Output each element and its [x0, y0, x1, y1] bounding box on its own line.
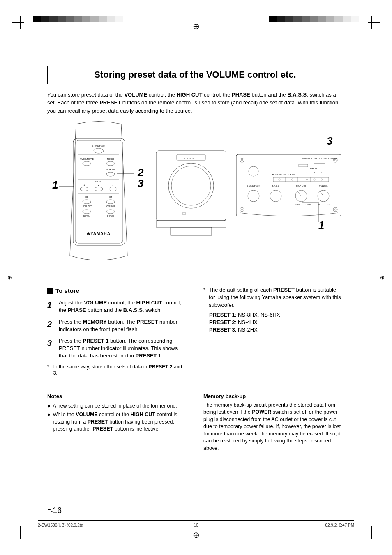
step-3: 3 Press the PRESET 1 button. The corresp…	[47, 337, 187, 360]
store-footnote: * In the same way, store other sets of d…	[47, 364, 187, 377]
svg-rect-40	[177, 154, 205, 160]
svg-point-39	[171, 166, 211, 205]
svg-point-14	[106, 161, 115, 166]
svg-point-41	[184, 158, 185, 159]
svg-text:1: 1	[84, 184, 85, 186]
svg-point-73	[321, 179, 323, 180]
svg-rect-7	[75, 140, 123, 243]
svg-text:STANDBY/ON: STANDBY/ON	[92, 145, 106, 147]
front-panel-diagram: 3 1 SUBWOOFER SYSTEM YST-SW1500 MUSIC /M…	[232, 140, 347, 235]
section-title: Storing preset data of the VOLUME contro…	[48, 69, 343, 81]
default-preset-note: * The default setting of each PRESET but…	[203, 286, 343, 377]
section-title-box: Storing preset data of the VOLUME contro…	[47, 66, 343, 84]
svg-text:PHASE: PHASE	[107, 158, 115, 160]
svg-point-33	[106, 210, 115, 214]
svg-rect-46	[171, 227, 212, 235]
svg-text:1: 1	[318, 219, 324, 231]
svg-point-29	[106, 200, 115, 204]
svg-text:MEMORY: MEMORY	[106, 168, 115, 171]
registration-mark-left: ⊕	[7, 274, 12, 281]
notes-heading: Notes	[47, 393, 187, 400]
svg-text:VOLUME: VOLUME	[319, 184, 328, 187]
svg-text:3: 3	[321, 171, 323, 174]
square-bullet-icon	[47, 288, 53, 294]
svg-point-43	[190, 158, 191, 159]
step-2: 2 Press the MEMORY button. The PRESET nu…	[47, 318, 187, 333]
svg-text:VOLUME: VOLUME	[106, 205, 115, 207]
step-1: 1 Adjust the VOLUME control, the HIGH CU…	[47, 299, 187, 314]
svg-text:HIGH CUT: HIGH CUT	[296, 184, 306, 187]
svg-text:B.A.S.S.: B.A.S.S.	[272, 184, 280, 187]
svg-point-82	[248, 190, 259, 202]
svg-text:30Hz: 30Hz	[295, 203, 300, 206]
svg-point-44	[193, 158, 194, 159]
svg-point-56	[241, 209, 243, 210]
svg-text:STANDBY/ON: STANDBY/ON	[247, 184, 261, 187]
svg-text:1: 1	[52, 179, 58, 191]
registration-mark-top: ⊕	[193, 21, 200, 32]
subwoofer-top-diagram	[154, 149, 228, 243]
svg-rect-6	[73, 138, 125, 245]
svg-point-57	[333, 207, 337, 212]
svg-text:UP: UP	[109, 196, 113, 198]
svg-text:PRESET: PRESET	[310, 167, 318, 170]
svg-rect-63	[299, 164, 308, 167]
svg-point-22	[80, 187, 88, 191]
svg-point-9	[94, 148, 104, 153]
svg-point-83	[270, 190, 281, 202]
svg-text:2: 2	[314, 171, 315, 174]
svg-text:⊛YAMAHA: ⊛YAMAHA	[87, 231, 111, 236]
svg-text:2: 2	[98, 184, 99, 186]
svg-text:PHASE: PHASE	[289, 173, 296, 176]
memory-backup-text: The memory back-up circuit prevents the …	[203, 402, 343, 452]
svg-rect-47	[183, 212, 185, 215]
svg-text:UP: UP	[85, 196, 89, 198]
svg-point-69	[279, 179, 280, 180]
intro-paragraph: You can store preset data of the VOLUME …	[47, 91, 343, 115]
svg-text:0: 0	[318, 203, 320, 206]
svg-text:DOWN: DOWN	[83, 215, 90, 217]
svg-text:1: 1	[307, 171, 308, 174]
separator-line	[47, 387, 343, 387]
svg-text:3: 3	[327, 135, 333, 147]
svg-point-71	[306, 179, 308, 180]
svg-point-32	[83, 210, 91, 214]
svg-point-60	[249, 166, 258, 176]
svg-text:10: 10	[327, 203, 330, 206]
page-number: E-16	[47, 504, 62, 516]
to-store-heading: To store	[47, 286, 187, 295]
svg-text:140Hz: 140Hz	[305, 203, 311, 206]
svg-rect-68	[273, 177, 329, 182]
svg-rect-45	[156, 221, 226, 227]
svg-point-38	[168, 163, 214, 208]
svg-point-42	[187, 158, 188, 159]
svg-rect-37	[156, 151, 226, 221]
svg-point-28	[83, 200, 91, 204]
note-2: ● While the VOLUME control or the HIGH C…	[47, 411, 187, 433]
svg-text:MUSIC/MOVIE: MUSIC/MOVIE	[80, 158, 94, 160]
svg-line-87	[320, 191, 323, 196]
svg-line-85	[298, 191, 301, 196]
svg-point-24	[109, 187, 117, 191]
svg-text:HIGH CUT: HIGH CUT	[82, 205, 92, 207]
memory-backup-heading: Memory back-up	[203, 393, 343, 400]
svg-point-52	[241, 159, 243, 161]
svg-point-12	[83, 161, 91, 166]
svg-text:3: 3	[138, 177, 144, 189]
remote-control-diagram: 1 2 3 STANDBY/ON MUSIC/MOVIE PHASE MEMOR…	[47, 122, 154, 270]
svg-point-70	[291, 179, 293, 180]
svg-point-55	[240, 207, 244, 212]
svg-point-51	[240, 158, 244, 162]
svg-point-58	[334, 209, 336, 210]
diagram-row: 1 2 3 STANDBY/ON MUSIC/MOVIE PHASE MEMOR…	[47, 122, 343, 270]
registration-mark-right: ⊕	[380, 274, 385, 281]
svg-text:SUBWOOFER SYSTEM YST-SW1500: SUBWOOFER SYSTEM YST-SW1500	[302, 157, 338, 160]
svg-point-23	[95, 187, 103, 191]
svg-text:PRESET: PRESET	[95, 180, 103, 183]
svg-text:3: 3	[113, 184, 114, 186]
svg-text:MUSIC /MOVIE: MUSIC /MOVIE	[272, 173, 287, 176]
svg-point-72	[314, 179, 315, 180]
note-1: ●A new setting can be stored in place of…	[47, 403, 187, 410]
svg-text:DOWN: DOWN	[107, 215, 114, 217]
svg-point-16	[106, 172, 115, 176]
